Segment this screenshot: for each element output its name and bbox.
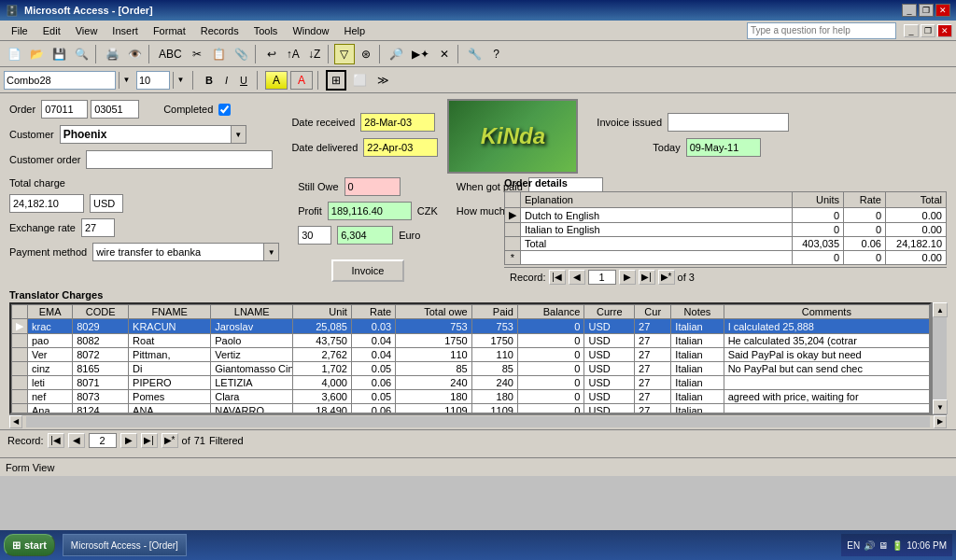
vscroll-down[interactable]: ▼ xyxy=(933,399,948,414)
apply-filter-btn[interactable]: ⊛ xyxy=(356,44,376,64)
italic-button[interactable]: I xyxy=(220,71,232,90)
menu-format[interactable]: Format xyxy=(146,23,193,38)
font-size-dropdown[interactable]: ▼ xyxy=(173,72,188,89)
grid-btn[interactable]: ⊞ xyxy=(326,70,346,91)
font-name-input[interactable] xyxy=(4,71,116,90)
currency-input[interactable] xyxy=(90,194,123,213)
close-button[interactable]: ✕ xyxy=(935,4,950,17)
customer-input[interactable] xyxy=(61,126,231,143)
nav-prev-btn[interactable]: ◀ xyxy=(68,433,85,448)
od-prev-btn[interactable]: ◀ xyxy=(569,270,585,285)
more-btn[interactable]: ≫ xyxy=(373,70,394,91)
trans-row-6[interactable]: Ana8124ANANAVARRO18,4900.06110911090USD2… xyxy=(12,404,930,415)
fmt-sep1 xyxy=(192,71,196,90)
sort-asc-btn[interactable]: ↑A xyxy=(283,44,303,64)
od-next-btn[interactable]: ▶ xyxy=(619,270,636,285)
completed-checkbox[interactable] xyxy=(218,104,231,116)
od-first-btn[interactable]: |◀ xyxy=(549,270,566,285)
search-input[interactable] xyxy=(747,22,896,39)
order-input1[interactable] xyxy=(41,100,88,119)
menu-window[interactable]: Window xyxy=(285,23,336,38)
window-close-btn[interactable]: ✕ xyxy=(937,24,952,37)
paste-btn[interactable]: 📎 xyxy=(231,44,252,64)
customer-dropdown[interactable]: ▼ xyxy=(231,126,246,143)
payment-method-input[interactable] xyxy=(93,244,263,260)
menu-file[interactable]: File xyxy=(4,23,35,38)
date-delivered-input[interactable] xyxy=(363,138,438,157)
print-btn[interactable]: 🖨️ xyxy=(102,44,123,64)
nav-record-input[interactable] xyxy=(89,433,117,448)
hscroll-left[interactable]: ◀ xyxy=(9,415,22,428)
payment-dropdown[interactable]: ▼ xyxy=(263,244,278,260)
fill-color-btn[interactable]: A xyxy=(265,71,288,90)
profit-input[interactable] xyxy=(328,202,412,220)
status-text: Form View xyxy=(6,462,54,473)
copy-btn[interactable]: 📋 xyxy=(208,44,230,64)
app-icon: 🗄️ xyxy=(6,5,19,17)
open-btn[interactable]: 📂 xyxy=(26,44,48,64)
new-btn[interactable]: 📄 xyxy=(4,44,25,64)
vscroll-up[interactable]: ▲ xyxy=(933,302,948,317)
trans-row-5[interactable]: nef8073PomesClara3,6000.051801800USD27It… xyxy=(12,390,930,404)
date-received-input[interactable] xyxy=(360,113,435,132)
spell-btn[interactable]: ABC xyxy=(155,44,186,64)
hscroll-right[interactable]: ▶ xyxy=(934,415,947,428)
still-owe-input[interactable] xyxy=(344,177,401,196)
invoice-issued-input[interactable] xyxy=(668,113,789,132)
nav-first-btn[interactable]: |◀ xyxy=(48,433,64,448)
trans-row-3[interactable]: cinz8165DiGiantomasso Cinzi1,7020.058585… xyxy=(12,362,930,376)
order-input2[interactable] xyxy=(91,101,138,118)
font-color-btn[interactable]: A xyxy=(290,71,313,90)
undo-btn[interactable]: ↩ xyxy=(261,44,282,64)
od-new-btn[interactable]: ▶* xyxy=(658,270,675,285)
print-preview-btn[interactable]: 👁️ xyxy=(124,44,146,64)
menu-help[interactable]: Help xyxy=(337,23,373,38)
order-detail-row-2[interactable]: Italian to English 0 0 0.00 xyxy=(505,223,947,237)
menu-edit[interactable]: Edit xyxy=(35,23,68,38)
menu-records[interactable]: Records xyxy=(193,23,246,38)
nav-next-btn[interactable]: ▶ xyxy=(120,433,137,448)
font-name-dropdown[interactable]: ▼ xyxy=(119,72,134,89)
profit2-value-input[interactable] xyxy=(337,226,393,245)
help-btn[interactable]: ? xyxy=(486,44,507,64)
find-btn[interactable]: 🔎 xyxy=(386,44,407,64)
nav-new-btn[interactable]: ▶* xyxy=(162,433,178,448)
minimize-button[interactable]: _ xyxy=(902,4,917,17)
customer-order-input[interactable] xyxy=(86,150,273,169)
filter-btn[interactable]: ▽ xyxy=(334,44,355,64)
od-last-btn[interactable]: ▶| xyxy=(639,270,655,285)
font-size-input[interactable] xyxy=(136,71,170,90)
menu-view[interactable]: View xyxy=(68,23,105,38)
od-record-input[interactable] xyxy=(588,270,616,285)
order-detail-row-3[interactable]: Total 403,035 0.06 24,182.10 xyxy=(505,237,947,251)
nav-last-btn[interactable]: ▶| xyxy=(141,433,158,448)
delete-record-btn[interactable]: ✕ xyxy=(434,44,455,64)
cut-btn[interactable]: ✂ xyxy=(187,44,207,64)
order-detail-row-new[interactable]: * 0 0 0.00 xyxy=(505,251,947,265)
today-input[interactable] xyxy=(686,138,761,157)
properties-btn[interactable]: 🔧 xyxy=(464,44,485,64)
underline-button[interactable]: U xyxy=(235,71,252,90)
menu-insert[interactable]: Insert xyxy=(105,23,146,38)
trans-row-4[interactable]: leti8071PIPEROLETIZIA4,0000.062402400USD… xyxy=(12,376,930,390)
save-btn[interactable]: 💾 xyxy=(49,44,70,64)
search-btn[interactable]: 🔍 xyxy=(71,44,92,64)
exchange-rate-input[interactable] xyxy=(81,218,115,237)
restore-button[interactable]: ❐ xyxy=(919,4,934,17)
line-btn[interactable]: ⬜ xyxy=(349,70,371,91)
invoice-button[interactable]: Invoice xyxy=(331,259,405,282)
trans-row-2[interactable]: Ver8072Pittman,Vertiz2,7620.041101100USD… xyxy=(12,348,930,362)
new-record-btn[interactable]: ▶✦ xyxy=(408,44,433,64)
window-restore-btn[interactable]: ❐ xyxy=(921,24,935,37)
exchange-rate-label: Exchange rate xyxy=(9,222,76,233)
window-minimize-btn[interactable]: _ xyxy=(904,24,919,37)
order-detail-row-1[interactable]: ▶ Dutch to English 0 0 0.00 xyxy=(505,208,947,223)
sort-desc-btn[interactable]: ↓Z xyxy=(304,44,325,64)
total-charge-input[interactable] xyxy=(9,194,84,213)
trans-row-0[interactable]: ▶krac8029KRACUNJaroslav25,0850.037537530… xyxy=(12,319,930,334)
menu-tools[interactable]: Tools xyxy=(246,23,286,38)
table-vscroll[interactable]: ▲ ▼ xyxy=(932,302,947,414)
profit2-prefix-input[interactable] xyxy=(298,226,331,245)
bold-button[interactable]: B xyxy=(201,71,218,90)
trans-row-1[interactable]: pao8082RoatPaolo43,7500.04175017500USD27… xyxy=(12,334,930,348)
